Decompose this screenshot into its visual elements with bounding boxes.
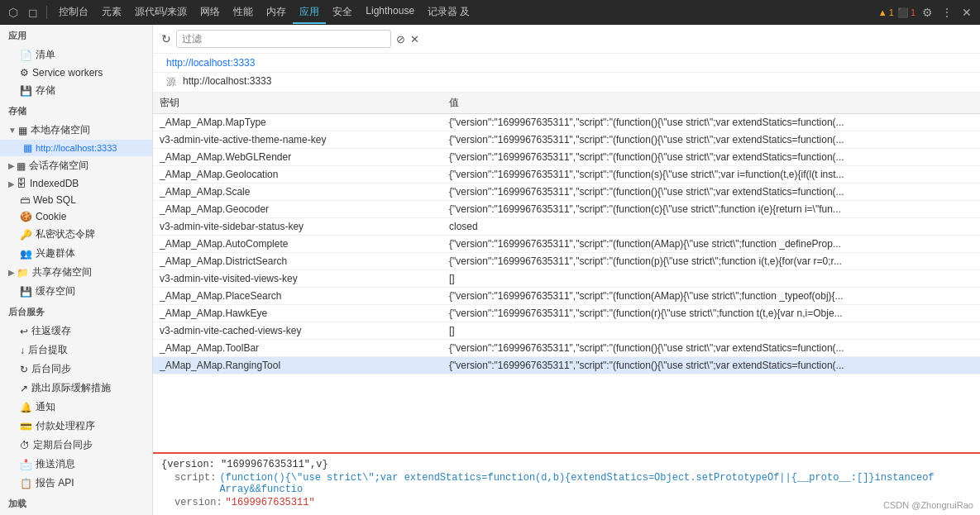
cell-key: _AMap_AMap.Geolocation [153, 166, 442, 184]
sidebar-periodic-sync[interactable]: ⏱ 定期后台同步 [0, 436, 152, 455]
tab-elements[interactable]: 元素 [95, 2, 128, 24]
table-row[interactable]: _AMap_AMap.Geocoder{"version":"169996763… [153, 201, 980, 218]
sidebar-local-storage[interactable]: ▼ ▦ 本地存储空间 [0, 121, 152, 140]
delete-button[interactable]: ✕ [410, 33, 419, 45]
section-footer: 加载 [0, 493, 152, 513]
tab-lighthouse[interactable]: Lighthouse [359, 2, 421, 24]
cell-value: {"version":"1699967635311","script":"(fu… [442, 149, 980, 166]
tab-sources[interactable]: 源代码/来源 [128, 2, 194, 24]
tab-console[interactable]: 控制台 [52, 2, 95, 24]
session-storage-icon: ▦ [17, 160, 26, 172]
more-options-icon[interactable]: ⋮ [939, 4, 955, 21]
source-url: http://localhost:3333 [183, 75, 271, 89]
sidebar-web-sql[interactable]: 🗃 Web SQL [0, 192, 152, 208]
sidebar-background-sync[interactable]: ↻ 后台同步 [0, 360, 152, 379]
sidebar-bounce-tracking[interactable]: ↗ 跳出原际缓解措施 [0, 379, 152, 398]
url-bar: ↻ ⊘ ✕ [153, 25, 980, 54]
sidebar-shared-storage[interactable]: ▶ 📁 共享存储空间 [0, 263, 152, 282]
cursor-icon[interactable]: ⬡ [5, 4, 22, 21]
tab-memory[interactable]: 内存 [260, 2, 293, 24]
clear-filter-button[interactable]: ⊘ [396, 33, 405, 45]
notification-icon: 🔔 [20, 402, 32, 413]
table-row[interactable]: _AMap_AMap.Geolocation{"version":"169996… [153, 166, 980, 184]
service-workers-icon: ⚙ [20, 67, 29, 79]
table-row[interactable]: _AMap_AMap.PlaceSearch{"version":"169996… [153, 288, 980, 305]
sidebar-item-manifest[interactable]: 📄 清单 [0, 45, 152, 64]
cell-key: v3-admin-vite-sidebar-status-key [153, 218, 442, 236]
tab-application[interactable]: 应用 [293, 2, 326, 24]
storage-icon: 💾 [20, 85, 32, 97]
detail-version-line: version: "1699967635311" [161, 497, 972, 508]
table-row[interactable]: _AMap_AMap.WebGLRender{"version":"169996… [153, 149, 980, 166]
inspect-icon[interactable]: ◻ [25, 4, 41, 21]
cell-key: v3-admin-vite-cached-views-key [153, 322, 442, 340]
sidebar-item-service-workers[interactable]: ⚙ Service workers [0, 64, 152, 81]
sidebar-push-messaging[interactable]: 📩 推送消息 [0, 455, 152, 474]
table-row[interactable]: _AMap_AMap.DistrictSearch{"version":"169… [153, 253, 980, 270]
sidebar: 应用 📄 清单 ⚙ Service workers 💾 存储 存储 ▼ ▦ 本地… [0, 25, 153, 515]
table-row[interactable]: _AMap_AMap.AutoComplete{"version":"16999… [153, 236, 980, 253]
interest-icon: 👥 [20, 248, 32, 260]
table-row[interactable]: _AMap_AMap.HawkEye{"version":"1699967635… [153, 305, 980, 322]
table-row[interactable]: v3-admin-vite-cached-views-key[] [153, 322, 980, 340]
sidebar-reporting-api[interactable]: 📋 报告 API [0, 474, 152, 493]
sync-icon: ↻ [20, 364, 28, 375]
back-forward-icon: ↩ [20, 326, 28, 337]
tab-performance[interactable]: 性能 [227, 2, 260, 24]
refresh-button[interactable]: ↻ [161, 32, 171, 45]
indexeddb-icon: 🗄 [17, 178, 26, 189]
cell-key: _AMap_AMap.Geocoder [153, 201, 442, 218]
table-row[interactable]: v3-admin-vite-visited-views-key[] [153, 270, 980, 288]
sidebar-cookie[interactable]: 🍪 Cookie [0, 208, 152, 225]
sidebar-indexeddb[interactable]: ▶ 🗄 IndexedDB [0, 175, 152, 192]
table-body: _AMap_AMap.MapType{"version":"1699967635… [153, 114, 980, 374]
websql-icon: 🗃 [20, 194, 30, 206]
tab-network[interactable]: 网络 [194, 2, 227, 24]
storage-entry-icon: ▦ [23, 142, 32, 154]
close-icon[interactable]: ✕ [958, 4, 975, 21]
sidebar-item-storage-overview[interactable]: 💾 存储 [0, 81, 152, 100]
warning-icon: ▲ [878, 7, 887, 17]
payment-icon: 💳 [20, 421, 32, 432]
table-row[interactable]: _AMap_AMap.Scale{"version":"169996763531… [153, 184, 980, 201]
main-layout: 应用 📄 清单 ⚙ Service workers 💾 存储 存储 ▼ ▦ 本地… [0, 25, 980, 515]
table-row[interactable]: v3-admin-vite-sidebar-status-keyclosed [153, 218, 980, 236]
sidebar-background-fetch[interactable]: ↓ 后台提取 [0, 341, 152, 360]
sidebar-item-localhost[interactable]: ▦ http://localhost:3333 [0, 140, 152, 156]
active-url: http://localhost:3333 [153, 54, 980, 73]
error-icon: ⬛ [897, 7, 909, 18]
table-row[interactable]: _AMap_AMap.ToolBar{"version":"1699967635… [153, 340, 980, 357]
warning-badge: ▲ 1 [878, 7, 894, 17]
sidebar-interest-groups[interactable]: 👥 兴趣群体 [0, 244, 152, 263]
detail-script-line: script: (function(){\"use strict\";var e… [161, 472, 972, 495]
sidebar-session-storage[interactable]: ▶ ▦ 会话存储空间 [0, 156, 152, 175]
content-area: ↻ ⊘ ✕ http://localhost:3333 源 http://loc… [153, 25, 980, 515]
table-row[interactable]: v3-admin-vite-active-theme-name-key{"ver… [153, 131, 980, 149]
sidebar-private-token[interactable]: 🔑 私密状态令牌 [0, 225, 152, 244]
cell-key: _AMap_AMap.HawkEye [153, 305, 442, 322]
table-row[interactable]: _AMap_AMap.MapType{"version":"1699967635… [153, 114, 980, 131]
section-storage: 存储 [0, 100, 152, 121]
tab-security[interactable]: 安全 [326, 2, 359, 24]
data-table: 密钥 值 _AMap_AMap.MapType{"version":"16999… [153, 93, 980, 374]
cell-value: {"version":"1699967635311","script":"(fu… [442, 340, 980, 357]
tab-recorder[interactable]: 记录器 及 [421, 2, 476, 24]
cell-value: [] [442, 270, 980, 288]
cell-value: {"version":"1699967635311","script":"(fu… [442, 357, 980, 374]
filter-input[interactable] [176, 30, 391, 48]
data-table-container: 密钥 值 _AMap_AMap.MapType{"version":"16999… [153, 93, 980, 452]
indexeddb-arrow-icon: ▶ [8, 179, 15, 188]
sidebar-cache-storage[interactable]: 💾 缓存空间 [0, 282, 152, 301]
detail-script-val: (function(){\"use strict\";var extendSta… [219, 472, 972, 495]
cell-value: {"version":"1699967635311","script":"(fu… [442, 131, 980, 149]
cell-key: _AMap_AMap.AutoComplete [153, 236, 442, 253]
settings-icon[interactable]: ⚙ [919, 4, 935, 21]
sidebar-payment-handler[interactable]: 💳 付款处理程序 [0, 417, 152, 436]
sidebar-notifications[interactable]: 🔔 通知 [0, 398, 152, 417]
error-count: 1 [911, 7, 915, 17]
report-icon: 📋 [20, 478, 32, 489]
table-row[interactable]: _AMap_AMap.RangingTool{"version":"169996… [153, 357, 980, 374]
cell-value: {"version":"1699967635311","script":"(fu… [442, 288, 980, 305]
bounce-icon: ↗ [20, 383, 28, 394]
sidebar-back-forward-cache[interactable]: ↩ 往返缓存 [0, 322, 152, 341]
